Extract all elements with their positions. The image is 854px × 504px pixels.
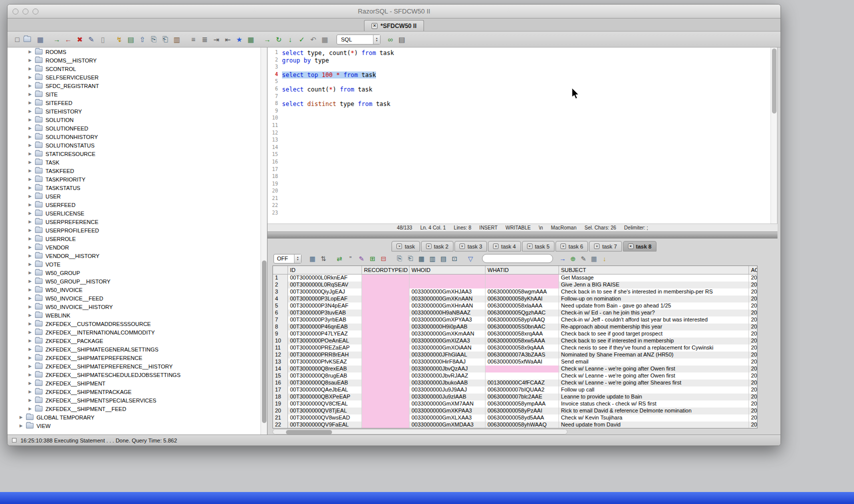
cell-subject[interactable]: Check back in to see if she's interested… — [559, 288, 749, 296]
tree-item[interactable]: ▶SITEFEED — [8, 98, 267, 107]
row-limit-select[interactable]: OFF ▲▼ — [274, 254, 302, 264]
cell-select-icon[interactable]: ⊡ — [450, 254, 459, 263]
tree-item[interactable]: ▶ZKFEDEX__SHIPMENT — [8, 379, 267, 388]
column-header-subject[interactable]: SUBJECT — [559, 266, 749, 274]
cell-whatid[interactable]: 00630000005S0bnAAC — [486, 324, 559, 330]
cell-whatid[interactable]: 00630000007bIQUAA2 — [486, 386, 559, 394]
cell-recordtypeid[interactable] — [362, 408, 410, 414]
fetch-more-icon[interactable]: ↓ — [286, 34, 295, 44]
disclosure-triangle-icon[interactable]: ▶ — [28, 270, 35, 275]
close-icon[interactable]: ✕ — [460, 244, 465, 249]
cell-whatid[interactable]: 006300000058yhWAAQ — [486, 422, 559, 428]
disclosure-triangle-icon[interactable]: ▶ — [28, 236, 35, 241]
tree-item[interactable]: ▶ROOMS — [8, 48, 267, 56]
cell-subject[interactable]: Re-approach about membership this year — [559, 324, 749, 330]
favorites-icon[interactable]: ★ — [234, 34, 244, 44]
tree-item[interactable]: ▶W50_INVOICE__FEED — [8, 294, 267, 302]
cell-whoid[interactable] — [410, 274, 486, 282]
row-number[interactable]: 22 — [273, 422, 288, 428]
cell-subject[interactable]: Check nexis to see if they've found a re… — [559, 344, 749, 352]
cell-recordtypeid[interactable] — [362, 316, 410, 324]
connect-icon[interactable]: → — [52, 34, 62, 44]
cell-recordtypeid[interactable] — [362, 288, 410, 296]
results-h-scrollbar[interactable] — [272, 429, 568, 434]
cell-whatid[interactable]: 006300000058yPzAAI — [486, 408, 559, 414]
disclosure-triangle-icon[interactable]: ▶ — [28, 245, 35, 250]
cell-ac[interactable]: 200 — [749, 316, 758, 324]
disclosure-triangle-icon[interactable]: ▶ — [28, 381, 35, 386]
cell-id[interactable]: 00T3000000L0RqSEAV — [288, 282, 362, 288]
close-icon[interactable]: ✕ — [560, 244, 566, 249]
tree-item[interactable]: ▶SITEHISTORY — [8, 107, 267, 116]
tree-item[interactable]: ▶WEBLINK — [8, 311, 267, 320]
cell-whoid[interactable]: 0033000000GmXHJAA3 — [410, 288, 486, 296]
disclosure-triangle-icon[interactable]: ▶ — [28, 126, 35, 130]
sort-results-icon[interactable]: ⇅ — [319, 254, 328, 263]
cell-whoid[interactable] — [410, 282, 486, 288]
cell-recordtypeid[interactable] — [362, 422, 410, 428]
cell-recordtypeid[interactable] — [362, 400, 410, 408]
cell-whatid[interactable]: 0013000000C4fFCAAZ — [486, 380, 559, 386]
row-number[interactable]: 1 — [273, 274, 288, 282]
cell-ac[interactable]: 200 — [749, 380, 758, 386]
cell-id[interactable]: 00T3000000QiyJgEAJ — [288, 288, 362, 296]
close-icon[interactable]: ✕ — [628, 244, 634, 249]
copy-row-icon[interactable]: ⎗ — [406, 254, 415, 263]
cell-id[interactable]: 00T3000000QV8TjEAL — [288, 408, 362, 414]
disclosure-triangle-icon[interactable]: ▶ — [28, 220, 35, 224]
tree-item[interactable]: ▶SFDC_REGISTRANT — [8, 82, 267, 90]
cell-whoid[interactable]: 0033000000JbukoAAB — [410, 380, 486, 386]
cell-recordtypeid[interactable] — [362, 352, 410, 358]
code-line[interactable]: group by type — [282, 57, 777, 64]
disclosure-triangle-icon[interactable]: ▶ — [28, 84, 35, 88]
cell-ac[interactable]: 200 — [749, 352, 758, 358]
cell-ac[interactable]: 200 — [749, 366, 758, 372]
describe-table-icon[interactable]: ▤ — [126, 34, 136, 44]
disclosure-triangle-icon[interactable]: ▶ — [28, 304, 35, 309]
cell-whatid[interactable] — [486, 366, 559, 372]
table-editor-icon[interactable]: ▦ — [246, 34, 256, 44]
edit-search-icon[interactable]: ✎ — [579, 254, 588, 263]
code-line[interactable] — [282, 188, 777, 196]
cell-ac[interactable]: 200 — [749, 274, 758, 282]
cell-whoid[interactable]: 0033000000GmXOiAAN — [410, 344, 486, 352]
disclosure-triangle-icon[interactable]: ▶ — [28, 186, 35, 190]
results-h-scrollbar-thumb[interactable] — [286, 430, 332, 434]
cell-whoid[interactable]: 0033000000JbvRJAAZ — [410, 372, 486, 380]
close-icon[interactable]: ✕ — [493, 244, 498, 249]
paste-icon[interactable]: ⎗ — [160, 34, 170, 44]
format-sql-icon[interactable]: ≡ — [188, 34, 198, 44]
disclosure-triangle-icon[interactable]: ▶ — [28, 75, 35, 80]
disclosure-triangle-icon[interactable]: ▶ — [28, 262, 35, 266]
code-line[interactable] — [282, 115, 777, 122]
cell-recordtypeid[interactable] — [362, 274, 410, 282]
indent-icon[interactable]: ⇥ — [212, 34, 221, 44]
disclosure-triangle-icon[interactable]: ▶ — [28, 347, 35, 352]
tree-item[interactable]: ▶USERPREFERENCE — [8, 218, 267, 226]
cell-recordtypeid[interactable] — [362, 282, 410, 288]
cell-whatid[interactable] — [486, 372, 559, 380]
copy-icon[interactable]: ⎘ — [149, 34, 158, 44]
code-line[interactable] — [282, 94, 777, 101]
auto-commit-icon[interactable]: ↻ — [274, 34, 284, 44]
tree-item[interactable]: ▶SOLUTIONSTATUS — [8, 141, 267, 150]
cell-id[interactable]: 00T3000000P46qnEAB — [288, 324, 362, 330]
disclosure-triangle-icon[interactable]: ▶ — [28, 288, 35, 292]
cell-ac[interactable]: 200 — [749, 302, 758, 310]
cell-subject[interactable]: Get Massage — [559, 274, 749, 282]
cell-recordtypeid[interactable] — [362, 358, 410, 366]
cell-id[interactable]: 00T3000000QAeJbEAL — [288, 386, 362, 394]
disclosure-triangle-icon[interactable]: ▶ — [28, 66, 35, 71]
cell-subject[interactable]: Need update from Bain - gave go ahead 1/… — [559, 302, 749, 310]
cell-subject[interactable]: Check back to see if good target prospec… — [559, 330, 749, 338]
cell-subject[interactable]: Follow-up on nomination — [559, 296, 749, 302]
select-all-icon[interactable]: ▦ — [417, 254, 426, 263]
execute-sql-icon[interactable]: ↯ — [114, 34, 124, 44]
cell-id[interactable]: 00T3000000L0RknEAF — [288, 274, 362, 282]
row-number[interactable]: 11 — [273, 344, 288, 352]
cell-whoid[interactable]: 0033000000H9aNBAAZ — [410, 310, 486, 316]
save-icon[interactable]: ▦ — [36, 34, 45, 44]
cell-id[interactable]: 00T3000000QV8CfEAL — [288, 400, 362, 408]
export-icon[interactable]: ⇧ — [138, 34, 147, 44]
disclosure-triangle-icon[interactable]: ▶ — [28, 338, 35, 343]
